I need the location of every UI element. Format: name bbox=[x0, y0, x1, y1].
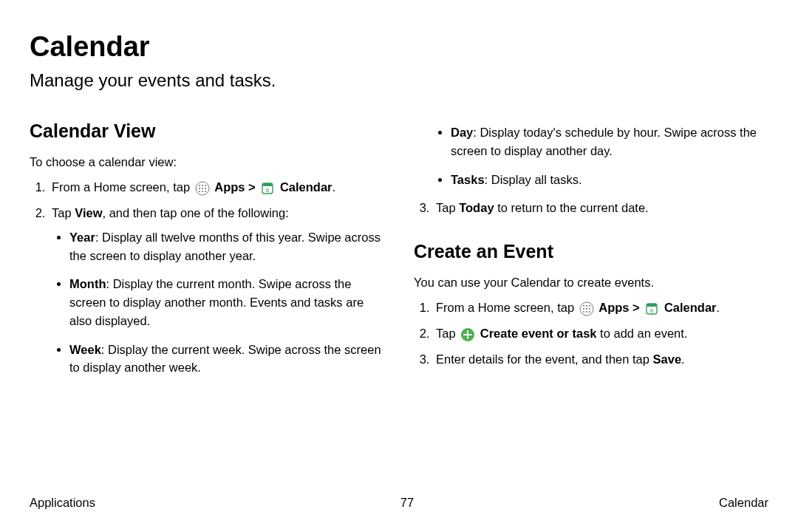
create-event-label: Create event or task bbox=[480, 327, 597, 340]
step-2: Tap View, and then tap one of the follow… bbox=[49, 204, 384, 377]
svg-text:8: 8 bbox=[650, 307, 654, 314]
page-subtitle: Manage your events and tasks. bbox=[30, 70, 768, 91]
ce-calendar-label: Calendar bbox=[664, 301, 717, 314]
apps-icon bbox=[195, 181, 210, 196]
footer-right: Calendar bbox=[719, 496, 768, 510]
view-label: View bbox=[75, 206, 102, 219]
arrow-sep: > bbox=[245, 180, 259, 194]
ce-step-2-text-b: to add an event. bbox=[597, 327, 688, 340]
week-text: : Display the current week. Swipe across… bbox=[69, 343, 381, 375]
footer-page-number: 77 bbox=[400, 496, 414, 510]
svg-point-8 bbox=[202, 191, 203, 192]
svg-point-17 bbox=[583, 308, 584, 310]
day-label: Day bbox=[451, 126, 473, 139]
step-3-text-a: Tap bbox=[436, 201, 459, 214]
ce-step-3: Enter details for the event, and then ta… bbox=[433, 350, 768, 369]
svg-point-6 bbox=[205, 188, 206, 189]
svg-point-1 bbox=[199, 185, 200, 186]
svg-point-18 bbox=[586, 308, 587, 310]
month-text: : Display the current month. Swipe acros… bbox=[69, 277, 364, 327]
ce-apps-label: Apps bbox=[598, 301, 629, 314]
calendar-view-steps: From a Home screen, tap Apps > 8 Calenda… bbox=[30, 178, 384, 377]
week-label: Week bbox=[69, 343, 101, 356]
calendar-label: Calendar bbox=[280, 180, 332, 194]
svg-point-19 bbox=[589, 308, 590, 310]
section-heading-create-event: Create an Event bbox=[414, 238, 768, 266]
svg-point-9 bbox=[205, 191, 206, 192]
svg-rect-11 bbox=[262, 183, 273, 186]
bullet-day: Day: Display today's schedule by hour. S… bbox=[451, 123, 768, 160]
bullet-week: Week: Display the current week. Swipe ac… bbox=[69, 341, 384, 378]
svg-point-2 bbox=[202, 185, 203, 186]
step-1-text-a: From a Home screen, tap bbox=[52, 180, 194, 194]
svg-point-4 bbox=[199, 188, 200, 189]
ce-arrow-sep: > bbox=[630, 301, 644, 314]
tasks-label: Tasks bbox=[451, 173, 485, 186]
step-2-text-a: Tap bbox=[52, 206, 75, 219]
view-options-cont: Day: Display today's schedule by hour. S… bbox=[433, 123, 768, 188]
calendar-icon: 8 bbox=[644, 301, 659, 316]
save-label: Save bbox=[653, 352, 682, 366]
ce-step-3-text-a: Enter details for the event, and then ta… bbox=[436, 352, 653, 366]
svg-point-22 bbox=[589, 311, 590, 313]
left-column: Calendar View To choose a calendar view:… bbox=[30, 117, 384, 387]
bullet-month: Month: Display the current month. Swipe … bbox=[69, 275, 384, 330]
plus-icon bbox=[460, 327, 475, 342]
month-label: Month bbox=[69, 277, 106, 290]
content-columns: Calendar View To choose a calendar view:… bbox=[30, 117, 768, 387]
bullet-tasks: Tasks: Display all tasks. bbox=[451, 171, 768, 189]
step-2-text-b: , and then tap one of the following: bbox=[103, 206, 289, 219]
page-footer: Applications 77 Calendar bbox=[30, 496, 768, 510]
svg-point-14 bbox=[583, 305, 584, 307]
ce-step-3-text-b: . bbox=[681, 352, 685, 366]
ce-step-1-text-a: From a Home screen, tap bbox=[436, 301, 578, 314]
calendar-view-steps-cont: Tap Today to return to the current date. bbox=[414, 199, 768, 217]
ce-step-2: Tap Create event or task to add an event… bbox=[433, 324, 768, 343]
svg-point-15 bbox=[586, 305, 587, 307]
step-3: Tap Today to return to the current date. bbox=[433, 199, 768, 217]
calendar-icon: 8 bbox=[260, 181, 275, 196]
section-heading-calendar-view: Calendar View bbox=[30, 117, 384, 146]
step-1-end: . bbox=[332, 180, 336, 194]
ce-step-2-text-a: Tap bbox=[436, 327, 459, 340]
svg-point-20 bbox=[583, 311, 584, 313]
year-text: : Display all twelve months of this year… bbox=[69, 231, 381, 262]
ce-step-1-end: . bbox=[717, 301, 720, 314]
tasks-text: : Display all tasks. bbox=[485, 173, 582, 186]
bullet-year: Year: Display all twelve months of this … bbox=[69, 228, 384, 265]
year-label: Year bbox=[69, 231, 95, 244]
create-event-intro: You can use your Calendar to create even… bbox=[414, 273, 768, 292]
svg-point-21 bbox=[586, 311, 587, 313]
apps-icon bbox=[579, 301, 594, 316]
footer-left: Applications bbox=[30, 496, 95, 510]
step-1: From a Home screen, tap Apps > 8 Calenda… bbox=[49, 178, 384, 197]
step-3-text-b: to return to the current date. bbox=[494, 201, 649, 214]
right-column: Day: Display today's schedule by hour. S… bbox=[414, 117, 768, 387]
svg-point-5 bbox=[202, 188, 203, 189]
svg-text:8: 8 bbox=[266, 187, 270, 194]
svg-point-16 bbox=[589, 305, 590, 307]
svg-point-3 bbox=[205, 185, 206, 186]
create-event-steps: From a Home screen, tap Apps > 8 Calenda… bbox=[414, 299, 768, 368]
ce-step-1: From a Home screen, tap Apps > 8 Calenda… bbox=[433, 299, 768, 317]
today-label: Today bbox=[459, 201, 494, 214]
view-options: Year: Display all twelve months of this … bbox=[52, 228, 384, 377]
calendar-view-intro: To choose a calendar view: bbox=[30, 153, 384, 171]
page-title: Calendar bbox=[30, 31, 768, 63]
svg-rect-24 bbox=[647, 304, 657, 307]
svg-point-7 bbox=[199, 191, 200, 192]
apps-label: Apps bbox=[214, 180, 245, 194]
day-text: : Display today's schedule by hour. Swip… bbox=[451, 126, 757, 157]
